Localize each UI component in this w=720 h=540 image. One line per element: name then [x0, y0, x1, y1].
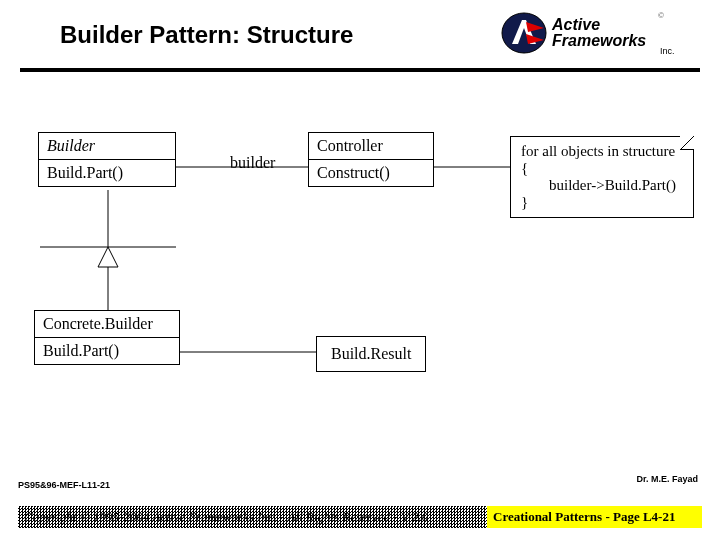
note-box: for all objects in structure { builder->…	[510, 136, 694, 218]
note-line2: builder->Build.Part()	[521, 177, 683, 194]
build-result-box: Build.Result	[316, 336, 426, 372]
class-concrete-name: Concrete.Builder	[35, 311, 179, 338]
footer-copyright: Copyright © 1995-2004 Active Frameworks …	[24, 509, 428, 524]
footer-copyright-bg: Copyright © 1995-2004 Active Frameworks …	[18, 506, 487, 528]
class-builder-name: Builder	[39, 133, 175, 160]
build-result-label: Build.Result	[331, 345, 411, 362]
class-concrete-builder: Concrete.Builder Build.Part()	[34, 310, 180, 365]
svg-text:Frameworks: Frameworks	[552, 32, 646, 49]
brand-logo: Active Frameworks Inc. ©	[500, 10, 680, 60]
note-dogear-icon	[680, 136, 694, 150]
class-builder: Builder Build.Part()	[38, 132, 176, 187]
class-builder-op: Build.Part()	[39, 160, 175, 186]
class-concrete-op: Build.Part()	[35, 338, 179, 364]
footer-bar: Copyright © 1995-2004 Active Frameworks …	[18, 506, 702, 528]
note-line1: for all objects in structure {	[521, 143, 683, 177]
class-controller-op: Construct()	[309, 160, 433, 186]
footer: PS95&96-MEF-L11-21 Dr. M.E. Fayad Copyri…	[18, 474, 702, 528]
svg-text:Inc.: Inc.	[660, 46, 675, 56]
footer-code: PS95&96-MEF-L11-21	[18, 480, 110, 490]
svg-point-0	[502, 13, 546, 53]
header: Builder Pattern: Structure Active Framew…	[0, 0, 720, 60]
assoc-label: builder	[230, 154, 275, 172]
svg-text:©: ©	[658, 11, 664, 20]
svg-marker-10	[98, 247, 118, 267]
svg-text:Active: Active	[551, 16, 600, 33]
header-rule	[20, 68, 700, 72]
footer-page: Creational Patterns - Page L4-21	[487, 506, 702, 528]
footer-author: Dr. M.E. Fayad	[636, 474, 698, 484]
class-controller-name: Controller	[309, 133, 433, 160]
uml-diagram: Builder Build.Part() builder Controller …	[0, 92, 720, 462]
note-line3: }	[521, 194, 683, 211]
page-title: Builder Pattern: Structure	[60, 21, 353, 49]
class-controller: Controller Construct()	[308, 132, 434, 187]
